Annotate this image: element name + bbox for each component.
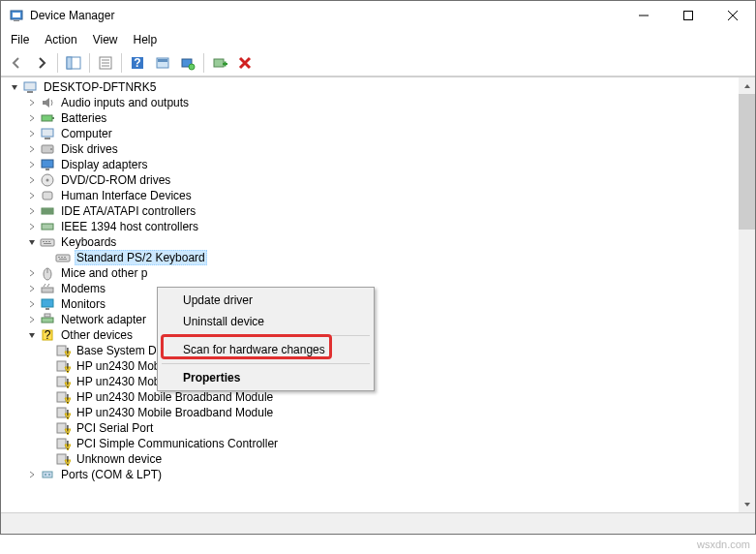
scroll-thumb[interactable]	[739, 94, 755, 230]
chevron-right-icon[interactable]	[24, 126, 40, 141]
ieee1394-icon	[40, 219, 55, 234]
close-button[interactable]	[711, 1, 755, 30]
svg-rect-54	[42, 318, 53, 323]
chevron-right-icon[interactable]	[24, 110, 40, 126]
window-controls	[621, 1, 755, 30]
tree-category-keyboards[interactable]: Keyboards	[3, 234, 739, 250]
warning-device-icon: !	[55, 420, 71, 436]
show-hide-tree-button[interactable]	[62, 51, 85, 75]
tree-category[interactable]: Computer	[3, 126, 739, 141]
menu-help[interactable]: Help	[128, 31, 164, 48]
svg-rect-1	[13, 13, 20, 17]
device-manager-window: Device Manager File Action View Help ?	[0, 0, 756, 535]
svg-rect-48	[59, 259, 67, 260]
hid-icon	[40, 188, 55, 203]
tree-category[interactable]: Ports (COM & LPT)	[3, 467, 739, 482]
chevron-right-icon[interactable]	[24, 188, 40, 203]
tree-category[interactable]: Display adapters	[3, 157, 739, 172]
minimize-button[interactable]	[621, 1, 666, 30]
node-label: DVD/CD-ROM drives	[59, 173, 172, 187]
action-button[interactable]	[151, 51, 174, 75]
tree-device[interactable]: !PCI Serial Port	[3, 420, 739, 436]
node-label: Monitors	[59, 297, 107, 311]
chevron-down-icon[interactable]	[24, 327, 40, 343]
svg-rect-53	[45, 308, 49, 310]
scan-hardware-button[interactable]	[176, 51, 199, 75]
maximize-button[interactable]	[666, 1, 711, 30]
uninstall-button[interactable]	[233, 51, 257, 75]
tree-device[interactable]: !PCI Simple Communications Controller	[3, 436, 739, 451]
scroll-track[interactable]	[739, 94, 755, 496]
add-legacy-button[interactable]	[208, 51, 231, 75]
chevron-right-icon[interactable]	[24, 157, 40, 172]
chevron-down-icon[interactable]	[7, 79, 22, 95]
computer-icon	[40, 126, 55, 141]
node-label: IDE ATA/ATAPI controllers	[59, 204, 197, 218]
properties-button[interactable]	[94, 51, 117, 75]
menu-view[interactable]: View	[87, 31, 124, 48]
tree-category[interactable]: IEEE 1394 host controllers	[3, 219, 739, 234]
svg-rect-19	[214, 59, 224, 67]
chevron-right-icon[interactable]	[24, 312, 40, 327]
context-menu-scan-hardware[interactable]: Scan for hardware changes	[160, 339, 372, 360]
tree-category[interactable]: Mice and other p	[3, 265, 739, 281]
svg-rect-51	[42, 288, 53, 292]
svg-rect-31	[45, 169, 49, 170]
context-menu-update-driver[interactable]: Update driver	[160, 290, 372, 311]
svg-text:!: !	[66, 377, 69, 389]
svg-rect-39	[41, 239, 54, 246]
context-menu-uninstall-device[interactable]: Uninstall device	[160, 311, 372, 332]
other-devices-icon: ?	[40, 327, 55, 343]
svg-rect-16	[158, 59, 167, 62]
chevron-right-icon[interactable]	[24, 296, 40, 312]
tree-root[interactable]: DESKTOP-DFTNRK5	[3, 79, 739, 95]
tree-category[interactable]: Disk drives	[3, 141, 739, 157]
scroll-down-button[interactable]	[739, 496, 755, 512]
forward-button[interactable]	[30, 51, 53, 75]
chevron-right-icon[interactable]	[24, 203, 40, 219]
chevron-right-icon[interactable]	[24, 172, 40, 188]
monitor-icon	[40, 296, 55, 312]
keyboard-icon	[40, 234, 55, 250]
svg-rect-27	[45, 138, 50, 139]
chevron-right-icon[interactable]	[24, 141, 40, 157]
tree-device[interactable]: !HP un2430 Mobile Broadband Module	[3, 405, 739, 420]
svg-rect-52	[42, 299, 53, 307]
tree-device-standard-keyboard[interactable]: Standard PS/2 Keyboard	[3, 250, 739, 265]
content-area: DESKTOP-DFTNRK5 Audio inputs and outputs…	[1, 77, 755, 512]
tree-category[interactable]: Batteries	[3, 110, 739, 126]
chevron-right-icon[interactable]	[24, 219, 40, 234]
dvd-icon	[40, 172, 55, 188]
context-menu-properties[interactable]: Properties	[160, 367, 372, 388]
tree-category[interactable]: Audio inputs and outputs	[3, 95, 739, 110]
node-label: Batteries	[59, 111, 108, 125]
tree-category[interactable]: DVD/CD-ROM drives	[3, 172, 739, 188]
svg-point-76	[48, 474, 50, 476]
chevron-right-icon[interactable]	[24, 265, 40, 281]
tree-device[interactable]: !HP un2430 Mobile Broadband Module	[3, 389, 739, 405]
network-icon	[40, 312, 55, 327]
tree-category[interactable]: IDE ATA/ATAPI controllers	[3, 203, 739, 219]
warning-device-icon: !	[55, 405, 71, 420]
chevron-right-icon[interactable]	[24, 467, 40, 482]
node-label: IEEE 1394 host controllers	[59, 220, 200, 233]
chevron-down-icon[interactable]	[24, 234, 40, 250]
tree-device[interactable]: !Unknown device	[3, 451, 739, 467]
tree-category[interactable]: Human Interface Devices	[3, 188, 739, 203]
svg-rect-47	[64, 257, 66, 258]
menu-action[interactable]: Action	[39, 31, 82, 48]
chevron-right-icon[interactable]	[24, 281, 40, 296]
menu-file[interactable]: File	[5, 31, 35, 48]
svg-rect-21	[225, 61, 227, 66]
toolbar-separator	[89, 53, 90, 73]
back-button[interactable]	[5, 51, 28, 75]
modem-icon	[40, 281, 55, 296]
help-button[interactable]: ?	[126, 51, 149, 75]
node-label: Computer	[59, 127, 114, 140]
svg-text:!: !	[66, 439, 69, 451]
chevron-right-icon[interactable]	[24, 95, 40, 110]
svg-text:?: ?	[134, 56, 140, 70]
scroll-up-button[interactable]	[739, 77, 755, 94]
vertical-scrollbar[interactable]	[739, 77, 755, 512]
svg-point-75	[45, 474, 46, 476]
